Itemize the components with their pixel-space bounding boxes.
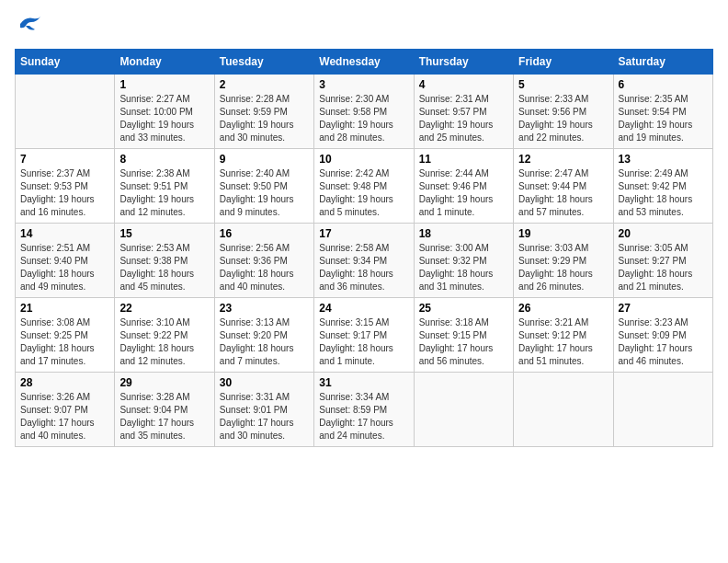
day-number: 29 (119, 376, 209, 389)
day-number: 18 (419, 227, 508, 240)
day-info: Sunrise: 3:00 AM Sunset: 9:32 PM Dayligh… (419, 242, 508, 293)
day-info: Sunrise: 2:42 AM Sunset: 9:48 PM Dayligh… (319, 167, 408, 219)
calendar-cell: 19Sunrise: 3:03 AM Sunset: 9:29 PM Dayli… (514, 224, 613, 298)
day-info: Sunrise: 2:38 AM Sunset: 9:51 PM Dayligh… (119, 167, 209, 219)
col-header-tuesday: Tuesday (214, 50, 313, 75)
day-number: 22 (119, 302, 209, 315)
calendar-week-5: 28Sunrise: 3:26 AM Sunset: 9:07 PM Dayli… (16, 373, 713, 447)
day-info: Sunrise: 3:34 AM Sunset: 8:59 PM Dayligh… (319, 391, 408, 442)
col-header-sunday: Sunday (16, 50, 115, 75)
day-number: 12 (518, 153, 608, 166)
calendar-cell: 27Sunrise: 3:23 AM Sunset: 9:09 PM Dayli… (613, 298, 712, 373)
calendar-cell: 15Sunrise: 2:53 AM Sunset: 9:38 PM Dayli… (115, 224, 214, 298)
calendar-cell (414, 373, 513, 447)
calendar-cell: 2Sunrise: 2:28 AM Sunset: 9:59 PM Daylig… (214, 75, 313, 149)
day-number: 15 (119, 227, 209, 240)
day-info: Sunrise: 2:27 AM Sunset: 10:00 PM Daylig… (119, 93, 209, 144)
day-info: Sunrise: 2:56 AM Sunset: 9:36 PM Dayligh… (220, 242, 309, 293)
col-header-saturday: Saturday (613, 50, 712, 75)
day-info: Sunrise: 2:44 AM Sunset: 9:46 PM Dayligh… (419, 167, 508, 219)
day-number: 14 (20, 227, 109, 240)
day-number: 8 (119, 153, 209, 166)
calendar-cell: 31Sunrise: 3:34 AM Sunset: 8:59 PM Dayli… (314, 373, 414, 447)
col-header-friday: Friday (514, 50, 613, 75)
day-number: 27 (619, 302, 708, 315)
day-number: 10 (319, 153, 408, 166)
calendar-cell (514, 373, 613, 447)
calendar-cell: 28Sunrise: 3:26 AM Sunset: 9:07 PM Dayli… (16, 373, 115, 447)
calendar-cell: 25Sunrise: 3:18 AM Sunset: 9:15 PM Dayli… (414, 298, 513, 373)
calendar-week-3: 14Sunrise: 2:51 AM Sunset: 9:40 PM Dayli… (16, 224, 713, 298)
calendar-cell: 18Sunrise: 3:00 AM Sunset: 9:32 PM Dayli… (414, 224, 513, 298)
calendar-cell: 26Sunrise: 3:21 AM Sunset: 9:12 PM Dayli… (514, 298, 613, 373)
day-number: 17 (319, 227, 408, 240)
day-info: Sunrise: 3:15 AM Sunset: 9:17 PM Dayligh… (319, 316, 408, 368)
calendar-cell: 16Sunrise: 2:56 AM Sunset: 9:36 PM Dayli… (214, 224, 313, 298)
day-number: 21 (20, 302, 109, 315)
calendar-cell: 12Sunrise: 2:47 AM Sunset: 9:44 PM Dayli… (514, 149, 613, 224)
day-info: Sunrise: 3:23 AM Sunset: 9:09 PM Dayligh… (619, 316, 708, 368)
day-number: 5 (518, 78, 608, 91)
col-header-monday: Monday (115, 50, 214, 75)
day-number: 23 (220, 302, 309, 315)
col-header-thursday: Thursday (414, 50, 513, 75)
day-info: Sunrise: 2:33 AM Sunset: 9:56 PM Dayligh… (518, 93, 608, 144)
page-header (15, 15, 713, 38)
calendar-cell: 30Sunrise: 3:31 AM Sunset: 9:01 PM Dayli… (214, 373, 313, 447)
calendar-cell: 21Sunrise: 3:08 AM Sunset: 9:25 PM Dayli… (16, 298, 115, 373)
calendar-cell: 24Sunrise: 3:15 AM Sunset: 9:17 PM Dayli… (314, 298, 414, 373)
day-info: Sunrise: 3:03 AM Sunset: 9:29 PM Dayligh… (518, 242, 608, 293)
calendar-cell: 29Sunrise: 3:28 AM Sunset: 9:04 PM Dayli… (115, 373, 214, 447)
day-info: Sunrise: 2:49 AM Sunset: 9:42 PM Dayligh… (619, 167, 708, 219)
day-info: Sunrise: 2:37 AM Sunset: 9:53 PM Dayligh… (20, 167, 109, 219)
day-number: 20 (619, 227, 708, 240)
day-info: Sunrise: 3:05 AM Sunset: 9:27 PM Dayligh… (619, 242, 708, 293)
day-number: 25 (419, 302, 508, 315)
day-info: Sunrise: 3:26 AM Sunset: 9:07 PM Dayligh… (20, 391, 109, 442)
calendar-cell: 1Sunrise: 2:27 AM Sunset: 10:00 PM Dayli… (115, 75, 214, 149)
day-info: Sunrise: 3:21 AM Sunset: 9:12 PM Dayligh… (518, 316, 608, 368)
day-info: Sunrise: 2:35 AM Sunset: 9:54 PM Dayligh… (619, 93, 708, 144)
day-number: 1 (119, 78, 209, 91)
day-number: 16 (220, 227, 309, 240)
day-number: 13 (619, 153, 708, 166)
calendar-week-2: 7Sunrise: 2:37 AM Sunset: 9:53 PM Daylig… (16, 149, 713, 224)
calendar-cell: 11Sunrise: 2:44 AM Sunset: 9:46 PM Dayli… (414, 149, 513, 224)
day-info: Sunrise: 3:13 AM Sunset: 9:20 PM Dayligh… (220, 316, 309, 368)
logo-bird-icon (17, 15, 42, 33)
calendar-cell (16, 75, 115, 149)
day-info: Sunrise: 2:47 AM Sunset: 9:44 PM Dayligh… (518, 167, 608, 219)
calendar-week-1: 1Sunrise: 2:27 AM Sunset: 10:00 PM Dayli… (16, 75, 713, 149)
calendar-cell: 3Sunrise: 2:30 AM Sunset: 9:58 PM Daylig… (314, 75, 414, 149)
day-info: Sunrise: 3:28 AM Sunset: 9:04 PM Dayligh… (119, 391, 209, 442)
day-info: Sunrise: 2:31 AM Sunset: 9:57 PM Dayligh… (419, 93, 508, 144)
day-number: 24 (319, 302, 408, 315)
day-info: Sunrise: 3:18 AM Sunset: 9:15 PM Dayligh… (419, 316, 508, 368)
logo (15, 15, 42, 38)
day-number: 31 (319, 376, 408, 389)
day-info: Sunrise: 2:53 AM Sunset: 9:38 PM Dayligh… (119, 242, 209, 293)
day-number: 3 (319, 78, 408, 91)
day-info: Sunrise: 3:08 AM Sunset: 9:25 PM Dayligh… (20, 316, 109, 368)
calendar-cell: 5Sunrise: 2:33 AM Sunset: 9:56 PM Daylig… (514, 75, 613, 149)
calendar-week-4: 21Sunrise: 3:08 AM Sunset: 9:25 PM Dayli… (16, 298, 713, 373)
day-info: Sunrise: 3:31 AM Sunset: 9:01 PM Dayligh… (220, 391, 309, 442)
day-info: Sunrise: 2:40 AM Sunset: 9:50 PM Dayligh… (220, 167, 309, 219)
day-number: 4 (419, 78, 508, 91)
day-info: Sunrise: 3:10 AM Sunset: 9:22 PM Dayligh… (119, 316, 209, 368)
calendar-cell: 20Sunrise: 3:05 AM Sunset: 9:27 PM Dayli… (613, 224, 712, 298)
calendar-cell: 7Sunrise: 2:37 AM Sunset: 9:53 PM Daylig… (16, 149, 115, 224)
calendar-table: SundayMondayTuesdayWednesdayThursdayFrid… (15, 49, 713, 447)
day-info: Sunrise: 2:58 AM Sunset: 9:34 PM Dayligh… (319, 242, 408, 293)
calendar-cell: 23Sunrise: 3:13 AM Sunset: 9:20 PM Dayli… (214, 298, 313, 373)
day-number: 11 (419, 153, 508, 166)
calendar-cell: 17Sunrise: 2:58 AM Sunset: 9:34 PM Dayli… (314, 224, 414, 298)
calendar-cell: 9Sunrise: 2:40 AM Sunset: 9:50 PM Daylig… (214, 149, 313, 224)
day-number: 30 (220, 376, 309, 389)
day-number: 28 (20, 376, 109, 389)
day-number: 7 (20, 153, 109, 166)
day-info: Sunrise: 2:51 AM Sunset: 9:40 PM Dayligh… (20, 242, 109, 293)
day-number: 2 (220, 78, 309, 91)
day-number: 26 (518, 302, 608, 315)
day-number: 9 (220, 153, 309, 166)
